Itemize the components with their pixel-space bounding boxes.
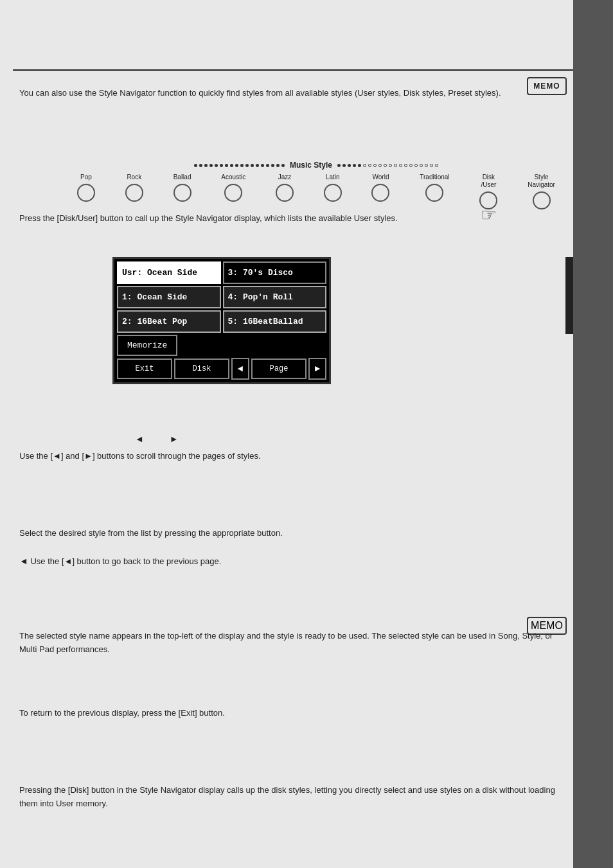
style-btn-rock: Rock [125,173,143,202]
dot [266,164,269,167]
body-para-2: Press the [Disk/User] button to call up … [19,212,565,226]
dot [230,164,233,167]
style-btn-ballad: Ballad [173,173,191,202]
dot [353,164,356,167]
dot [425,164,428,167]
body-para-4: Select the desired style from the list b… [19,527,565,568]
dot [409,164,413,167]
jazz-label: Jazz [278,173,292,181]
page-next-btn[interactable]: ► [308,358,326,380]
display-row-1: Usr: Ocean Side 3: 70's Disco [117,261,326,284]
item-2-btn[interactable]: 2: 16Beat Pop [117,310,221,333]
left-arrow-indicator: ◄ [135,434,144,444]
dot [342,164,346,167]
latin-label: Latin [326,173,340,181]
arrow-indicators: ◄ ► [135,434,179,444]
style-btn-jazz: Jazz [276,173,294,202]
usr-ocean-side-btn[interactable]: Usr: Ocean Side [117,261,221,284]
navigator-label: StyleNavigator [528,173,555,189]
dots-row: Music Style [71,161,562,170]
rock-button[interactable] [125,184,143,202]
dot [404,164,407,167]
display-panel: Usr: Ocean Side 3: 70's Disco 1: Ocean S… [112,257,331,384]
world-label: World [373,173,389,181]
dot [209,164,213,167]
dot [420,164,423,167]
music-style-section: Music Style Pop [71,161,562,209]
black-tab [565,257,573,334]
page-prev-btn[interactable]: ◄ [231,358,249,380]
dots-right [337,164,438,167]
latin-button[interactable] [324,184,342,202]
style-btn-traditional: Traditional [420,173,449,202]
page-label-btn: Page [251,359,306,379]
dot [194,164,197,167]
memorize-row: Memorize [117,335,326,356]
music-style-label: Music Style [290,161,332,170]
style-btn-latin: Latin [324,173,342,202]
dot [337,164,341,167]
dots-left [194,164,285,167]
dot [261,164,264,167]
dot [271,164,274,167]
dot [199,164,202,167]
left-arrow-para4: ◄ [19,554,28,568]
navigator-button[interactable] [533,191,551,209]
dot [363,164,366,167]
dot [430,164,433,167]
style-btn-disk-user: Disk/User ☞ [479,173,497,209]
pop-label: Pop [80,173,92,181]
body-para-5: The selected style name appears in the t… [19,630,565,657]
dot [373,164,377,167]
dot [414,164,418,167]
world-button[interactable] [371,184,389,202]
jazz-button[interactable] [276,184,294,202]
dot [399,164,402,167]
dot [225,164,228,167]
right-sidebar [573,0,613,868]
style-btn-navigator: StyleNavigator [528,173,555,209]
dot [220,164,223,167]
dot [358,164,361,167]
acoustic-button[interactable] [224,184,242,202]
top-rule [13,69,573,71]
style-btn-acoustic: Acoustic [221,173,245,202]
item-1-btn[interactable]: 1: Ocean Side [117,286,221,308]
dot [240,164,244,167]
item-3-btn[interactable]: 3: 70's Disco [223,261,327,284]
dot [215,164,218,167]
body-para-1: You can also use the Style Navigator fun… [19,87,565,100]
pop-button[interactable] [77,184,95,202]
memorize-spacer [179,335,326,356]
dot [235,164,238,167]
dot [384,164,387,167]
dot [281,164,285,167]
item-5-btn[interactable]: 5: 16BeatBallad [223,310,327,333]
rock-label: Rock [127,173,141,181]
dot [368,164,371,167]
dot [378,164,382,167]
dot [256,164,259,167]
style-btn-pop: Pop [77,173,95,202]
dot [251,164,254,167]
acoustic-label: Acoustic [221,173,245,181]
exit-btn[interactable]: Exit [117,359,172,379]
style-btn-world: World [371,173,389,202]
memorize-btn[interactable]: Memorize [117,335,177,356]
nav-row: Exit Disk ◄ Page ► [117,358,326,380]
display-row-2: 1: Ocean Side 4: Pop'n Roll [117,286,326,308]
dot [204,164,208,167]
dot [394,164,397,167]
body-para-7: Pressing the [Disk] button in the Style … [19,784,565,811]
right-arrow-indicator: ► [170,434,179,444]
display-row-3: 2: 16Beat Pop 5: 16BeatBallad [117,310,326,333]
item-4-btn[interactable]: 4: Pop'n Roll [223,286,327,308]
dot [348,164,351,167]
traditional-button[interactable] [425,184,443,202]
dot [435,164,438,167]
body-para-6: To return to the previous display, press… [19,707,565,720]
ballad-button[interactable] [173,184,191,202]
disk-btn[interactable]: Disk [174,359,229,379]
dot [276,164,280,167]
disk-user-label: Disk/User [481,173,496,189]
